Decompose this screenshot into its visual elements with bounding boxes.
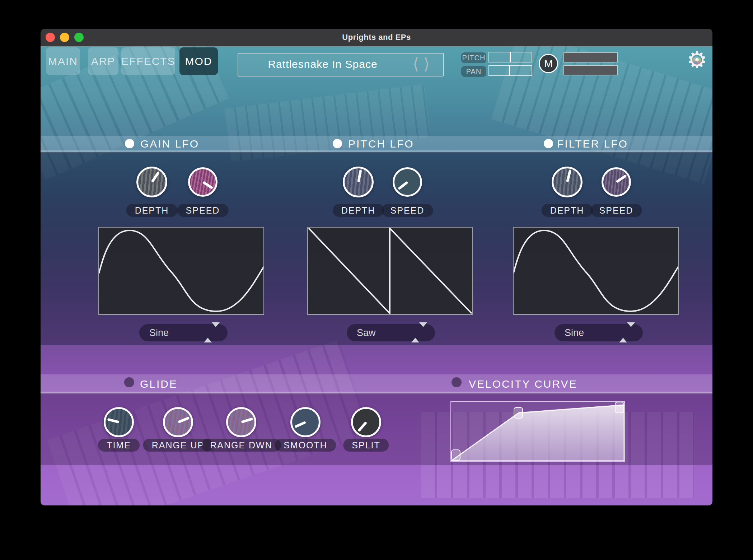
window-title: Uprights and EPs bbox=[41, 29, 712, 46]
filter-depth-label: DEPTH bbox=[542, 204, 593, 217]
tab-arp[interactable]: ARP bbox=[88, 47, 118, 75]
knob-pointer bbox=[398, 181, 408, 190]
knob-pointer bbox=[616, 174, 626, 183]
glide-range-dwn-label: RANGE DWN bbox=[201, 439, 281, 452]
plugin-content: MAIN ARP EFFECTS MOD Rattlesnake In Spac… bbox=[41, 46, 712, 505]
filter-waveform-select[interactable]: Sine bbox=[555, 324, 643, 341]
velocity-curve-title: VELOCITY CURVE bbox=[469, 374, 577, 393]
pitch-slider[interactable] bbox=[488, 52, 532, 62]
knob-pointer bbox=[357, 421, 367, 432]
sort-arrows-icon bbox=[204, 327, 212, 338]
meter-bar-top bbox=[563, 52, 618, 62]
gain-lfo-title: GAIN LFO bbox=[140, 136, 199, 152]
gain-depth-label: DEPTH bbox=[126, 204, 178, 217]
filter-waveform-display bbox=[513, 227, 679, 315]
pitch-lfo-toggle[interactable] bbox=[333, 139, 342, 148]
knob-pointer bbox=[357, 170, 362, 182]
glide-time-label: TIME bbox=[98, 439, 140, 452]
filter-speed-label: SPEED bbox=[591, 204, 642, 217]
pitch-lfo-title: PITCH LFO bbox=[348, 136, 414, 152]
knob-pointer bbox=[151, 171, 160, 183]
tab-main[interactable]: MAIN bbox=[46, 47, 80, 75]
glide-time-knob[interactable] bbox=[104, 407, 134, 437]
gain-waveform-display bbox=[98, 227, 264, 315]
tab-effects-label: EFFECTS bbox=[121, 55, 176, 67]
tab-mod-label: MOD bbox=[185, 55, 212, 67]
sort-arrows-icon bbox=[619, 327, 628, 338]
filter-speed-knob[interactable] bbox=[602, 167, 631, 197]
velocity-curve-handle[interactable] bbox=[514, 407, 523, 419]
pitch-waveform-select[interactable]: Saw bbox=[347, 324, 435, 341]
gain-speed-knob[interactable] bbox=[188, 167, 218, 197]
pan-slider-handle[interactable] bbox=[509, 65, 510, 75]
pitch-depth-label: DEPTH bbox=[333, 204, 384, 217]
preset-name: Rattlesnake In Space bbox=[238, 53, 407, 76]
glide-toggle[interactable] bbox=[124, 377, 134, 387]
pitch-slider-handle[interactable] bbox=[510, 52, 511, 62]
filter-lfo-title: FILTER LFO bbox=[557, 136, 628, 152]
gain-speed-label: SPEED bbox=[177, 204, 229, 217]
sort-arrows-icon bbox=[411, 327, 420, 338]
mono-button[interactable]: M bbox=[539, 54, 558, 73]
knob-pointer bbox=[202, 181, 213, 189]
pitch-label: PITCH bbox=[461, 52, 486, 63]
pan-label: PAN bbox=[461, 66, 486, 77]
glide-smooth-label: SMOOTH bbox=[275, 439, 336, 452]
gain-depth-knob[interactable] bbox=[136, 167, 167, 197]
knob-pointer bbox=[566, 170, 571, 182]
pan-slider[interactable] bbox=[488, 65, 532, 76]
velocity-curve-display[interactable] bbox=[450, 401, 625, 462]
glide-title: GLIDE bbox=[140, 374, 178, 393]
knob-pointer bbox=[294, 421, 306, 428]
preset-selector[interactable]: Rattlesnake In Space ⟨ ⟩ bbox=[238, 53, 444, 76]
pitch-waveform-value: Saw bbox=[357, 324, 376, 341]
filter-lfo-toggle[interactable] bbox=[544, 139, 553, 148]
plugin-window: Uprights and EPs MAIN ARP EFFECTS MOD Ra… bbox=[41, 29, 712, 505]
preset-next-icon[interactable]: ⟩ bbox=[424, 53, 430, 76]
knob-pointer bbox=[178, 416, 190, 423]
glide-range-dwn-knob[interactable] bbox=[226, 407, 256, 437]
gain-lfo-toggle[interactable] bbox=[125, 139, 134, 148]
velocity-curve-toggle[interactable] bbox=[452, 377, 462, 387]
filter-waveform-value: Sine bbox=[565, 324, 584, 341]
pitch-depth-knob[interactable] bbox=[343, 167, 374, 197]
meter-bar-bottom bbox=[563, 65, 618, 75]
pitch-speed-label: SPEED bbox=[382, 204, 433, 217]
filter-depth-knob[interactable] bbox=[552, 167, 583, 197]
glide-split-knob[interactable] bbox=[351, 407, 381, 437]
settings-gear-icon[interactable]: ⚙ bbox=[685, 47, 709, 73]
velocity-curve-shape bbox=[451, 402, 624, 461]
velocity-curve-handle[interactable] bbox=[615, 402, 624, 413]
glide-split-label: SPLIT bbox=[343, 439, 389, 452]
pitch-waveform-display bbox=[307, 227, 473, 315]
preset-prev-icon[interactable]: ⟨ bbox=[413, 53, 419, 76]
tab-arp-label: ARP bbox=[91, 55, 116, 67]
knob-pointer bbox=[107, 418, 119, 424]
glide-smooth-knob[interactable] bbox=[290, 407, 321, 437]
tab-main-label: MAIN bbox=[48, 55, 78, 67]
tab-mod[interactable]: MOD bbox=[179, 47, 218, 75]
velocity-curve-handle[interactable] bbox=[451, 449, 460, 461]
title-bar[interactable]: Uprights and EPs bbox=[41, 29, 712, 46]
gain-waveform-value: Sine bbox=[149, 324, 169, 341]
knob-pointer bbox=[241, 417, 253, 423]
pitch-speed-knob[interactable] bbox=[393, 167, 422, 197]
tab-effects[interactable]: EFFECTS bbox=[121, 47, 175, 75]
glide-range-up-knob[interactable] bbox=[163, 407, 193, 437]
gain-waveform-select[interactable]: Sine bbox=[139, 324, 228, 341]
